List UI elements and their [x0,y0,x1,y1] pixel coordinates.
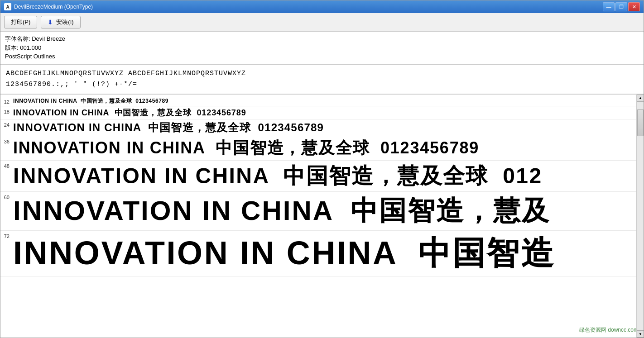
charset-line-1: ABCDEFGHIJKLMNOPQRSTUVWXYZ ABCDEFGHIJKLM… [6,68,638,79]
charset-line-2: 1234567890.:,; ' " (!?) +-*/= [6,79,638,90]
preview-row-48: 48 INNOVATION IN CHINA 中国智造，慧及全球 012 [0,161,644,192]
close-button[interactable]: ✕ [628,2,640,11]
size-label-60: 60 [0,193,13,200]
scroll-down-arrow[interactable]: ▼ [637,330,644,338]
size-label-24: 24 [0,120,13,128]
install-icon: ⬇ [48,19,53,26]
preview-row-12: 12 INNOVATION IN CHINA 中国智造，慧及全球 0123456… [0,96,644,106]
print-button[interactable]: 打印(P) [4,16,37,29]
preview-text-36: INNOVATION IN CHINA 中国智造，慧及全球 0123456789 [13,137,479,159]
window-controls: — ❐ ✕ [603,2,640,11]
toolbar: 打印(P) ⬇ 安装(I) [0,13,644,32]
minimize-button[interactable]: — [603,2,615,11]
charset-area: ABCDEFGHIJKLMNOPQRSTUVWXYZ ABCDEFGHIJKLM… [0,65,644,94]
preview-text-72: INNOVATION IN CHINA 中国智造 [13,232,555,275]
scrollbar[interactable]: ▲ ▼ [636,95,644,338]
restore-button[interactable]: ❐ [615,2,627,11]
print-label: 打印(P) [11,18,30,26]
preview-text-18: INNOVATION IN CHINA 中国智造，慧及全球 0123456789 [13,107,246,118]
preview-row-24: 24 INNOVATION IN CHINA 中国智造，慧及全球 0123456… [0,119,644,136]
scroll-up-arrow[interactable]: ▲ [637,95,644,102]
window-title: DevilBreezeMedium (OpenType) [14,4,93,10]
preview-row-72: 72 INNOVATION IN CHINA 中国智造 [0,231,644,276]
app-icon: A [4,3,11,10]
preview-scroll: 12 INNOVATION IN CHINA 中国智造，慧及全球 0123456… [0,95,644,278]
preview-area: 12 INNOVATION IN CHINA 中国智造，慧及全球 0123456… [0,95,644,338]
size-label-36: 36 [0,137,13,144]
preview-text-60: INNOVATION IN CHINA 中国智造，慧及 [13,193,550,229]
preview-row-18: 18 INNOVATION IN CHINA 中国智造，慧及全球 0123456… [0,106,644,119]
title-bar: A DevilBreezeMedium (OpenType) — ❐ ✕ [0,0,644,13]
preview-text-24: INNOVATION IN CHINA 中国智造，慧及全球 0123456789 [13,120,324,135]
preview-text-48: INNOVATION IN CHINA 中国智造，慧及全球 012 [13,162,543,190]
watermark: 绿色资源网 downcc.com [579,326,638,334]
preview-row-60: 60 INNOVATION IN CHINA 中国智造，慧及 [0,192,644,231]
preview-text-12: INNOVATION IN CHINA 中国智造，慧及全球 0123456789 [13,97,168,105]
size-label-48: 48 [0,162,13,169]
size-label-18: 18 [0,107,13,114]
install-label: 安装(I) [56,18,73,26]
preview-row-36: 36 INNOVATION IN CHINA 中国智造，慧及全球 0123456… [0,136,644,161]
font-version-line: 版本: 001.000 [5,43,639,52]
font-info-panel: 字体名称: Devil Breeze 版本: 001.000 PostScrip… [0,32,644,64]
font-type-line: PostScript Outlines [5,52,639,61]
size-label-72: 72 [0,232,13,239]
main-window: A DevilBreezeMedium (OpenType) — ❐ ✕ 打印(… [0,0,644,338]
title-bar-text: A DevilBreezeMedium (OpenType) [4,3,93,10]
font-name-line: 字体名称: Devil Breeze [5,34,639,43]
size-label-12: 12 [0,97,13,105]
scroll-thumb[interactable] [637,109,644,136]
install-button[interactable]: ⬇ 安装(I) [41,16,80,29]
